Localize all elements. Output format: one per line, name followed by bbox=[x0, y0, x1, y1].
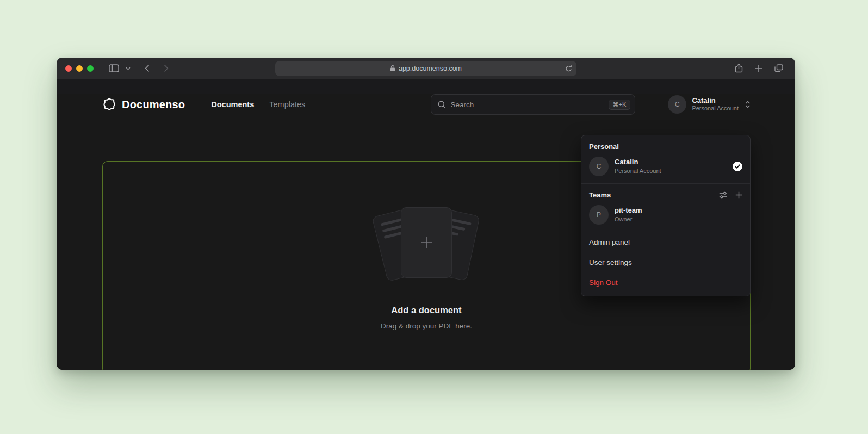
brand-name: Documenso bbox=[122, 98, 185, 111]
dropzone-subtitle: Drag & drop your PDF here. bbox=[381, 322, 472, 330]
share-button[interactable] bbox=[731, 64, 746, 73]
chevron-down-icon bbox=[126, 67, 131, 70]
menu-item-user-settings[interactable]: User settings bbox=[581, 252, 750, 272]
search-shortcut-badge: ⌘+K bbox=[609, 100, 631, 110]
sliders-icon bbox=[719, 191, 727, 199]
menu-item-admin-panel[interactable]: Admin panel bbox=[581, 232, 750, 252]
search-input[interactable] bbox=[450, 101, 604, 109]
document-card-center bbox=[401, 207, 452, 278]
team-name: pit-team bbox=[615, 206, 642, 215]
plus-icon bbox=[735, 191, 742, 199]
add-document-plus-icon bbox=[418, 234, 435, 251]
personal-account-avatar: C bbox=[589, 157, 609, 176]
team-avatar: P bbox=[589, 205, 609, 225]
minimize-window-button[interactable] bbox=[76, 65, 83, 72]
chevron-up-down-icon bbox=[745, 101, 751, 108]
account-menu-trigger[interactable]: C Catalin Personal Account bbox=[668, 95, 751, 114]
selected-check-icon bbox=[733, 162, 742, 171]
back-button[interactable] bbox=[141, 64, 153, 72]
sidebar-icon bbox=[109, 64, 119, 72]
address-bar[interactable]: app.documenso.com bbox=[275, 61, 576, 76]
search-icon bbox=[438, 101, 446, 109]
tab-groups-chevron-button[interactable] bbox=[122, 67, 134, 70]
new-tab-button[interactable] bbox=[752, 65, 766, 72]
nav-documents[interactable]: Documents bbox=[211, 100, 254, 109]
document-stack-illustration bbox=[369, 205, 483, 287]
brand[interactable]: Documenso bbox=[102, 97, 185, 111]
teams-section-header: Teams bbox=[581, 184, 750, 204]
team-role: Owner bbox=[615, 215, 642, 223]
teams-section-label: Teams bbox=[589, 191, 611, 199]
personal-account-item[interactable]: C Catalin Personal Account bbox=[581, 156, 750, 183]
account-avatar: C bbox=[668, 95, 686, 114]
tabs-icon bbox=[774, 64, 783, 72]
personal-account-name: Catalin bbox=[615, 158, 661, 167]
close-window-button[interactable] bbox=[65, 65, 72, 72]
plus-icon bbox=[755, 65, 762, 72]
zoom-window-button[interactable] bbox=[87, 65, 94, 72]
account-name: Catalin bbox=[692, 96, 739, 105]
documenso-app: Documenso Documents Templates ⌘+K C Cata… bbox=[57, 94, 795, 370]
account-dropdown-menu: Personal C Catalin Personal Account Team… bbox=[581, 135, 751, 296]
browser-window: app.documenso.com bbox=[57, 58, 795, 370]
menu-item-sign-out[interactable]: Sign Out bbox=[581, 272, 750, 293]
url-text: app.documenso.com bbox=[399, 65, 462, 72]
account-subtitle: Personal Account bbox=[692, 105, 739, 113]
personal-account-subtitle: Personal Account bbox=[615, 167, 661, 175]
forward-button[interactable] bbox=[160, 64, 172, 72]
reload-icon bbox=[565, 65, 572, 72]
sidebar-toggle-button[interactable] bbox=[106, 64, 122, 72]
documenso-logo-icon bbox=[102, 97, 116, 111]
window-controls bbox=[65, 65, 94, 72]
tab-overview-button[interactable] bbox=[771, 64, 786, 72]
dropzone-title: Add a document bbox=[391, 305, 461, 315]
search-bar[interactable]: ⌘+K bbox=[431, 94, 635, 115]
team-item[interactable]: P pit-team Owner bbox=[581, 204, 750, 232]
lock-icon bbox=[390, 65, 395, 72]
main-nav: Documents Templates bbox=[211, 100, 305, 109]
create-team-button[interactable] bbox=[735, 191, 742, 199]
chevron-left-icon bbox=[145, 64, 150, 72]
app-header: Documenso Documents Templates ⌘+K C Cata… bbox=[102, 94, 751, 115]
share-icon bbox=[735, 64, 743, 73]
personal-section-label: Personal bbox=[581, 135, 750, 156]
chevron-right-icon bbox=[164, 64, 169, 72]
manage-teams-button[interactable] bbox=[719, 191, 727, 199]
nav-templates[interactable]: Templates bbox=[269, 100, 305, 109]
reload-button[interactable] bbox=[565, 65, 572, 72]
browser-toolbar: app.documenso.com bbox=[57, 58, 795, 79]
